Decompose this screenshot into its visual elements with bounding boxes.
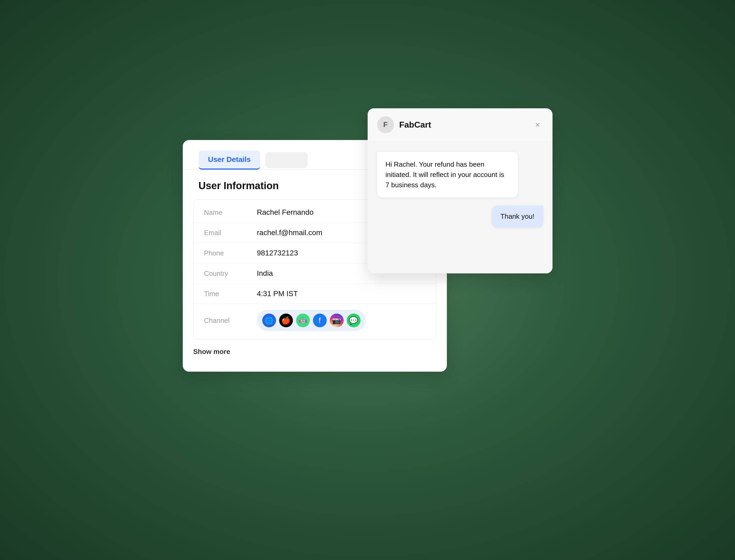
whatsapp-icon[interactable]: 💬 [347,314,361,327]
chat-close-button[interactable]: × [532,119,543,130]
apple-icon[interactable]: 🍎 [279,314,293,327]
chat-body: Hi Rachel. Your refund has been initiate… [367,141,552,273]
show-more-button[interactable]: Show more [183,340,447,356]
phone-value: 9812732123 [257,249,298,257]
name-value: Rachel Fernando [257,208,314,217]
email-value: rachel.f@hmail.com [257,228,323,237]
phone-label: Phone [204,249,247,257]
channel-pills: 🌐 🍎 🤖 f 📷 💬 [257,310,366,331]
time-label: Time [204,290,247,298]
android-icon[interactable]: 🤖 [296,314,310,327]
user-message-bubble: Thank you! [492,206,543,227]
instagram-icon[interactable]: 📷 [330,314,344,327]
chat-header-left: F FabCart [377,116,431,133]
name-label: Name [204,208,247,217]
email-label: Email [204,229,247,237]
country-label: Country [204,269,247,278]
chat-brand-avatar: F [377,116,394,133]
chat-brand-name: FabCart [399,120,431,130]
channel-label: Channel [204,316,247,325]
agent-message-bubble: Hi Rachel. Your refund has been initiate… [377,152,518,198]
chat-widget: F FabCart × Hi Rachel. Your refund has b… [367,108,552,273]
web-icon[interactable]: 🌐 [262,314,276,327]
tab-user-details[interactable]: User Details [199,151,261,170]
time-value: 4:31 PM IST [257,290,298,298]
time-row: Time 4:31 PM IST [194,283,436,304]
facebook-icon[interactable]: f [313,314,327,327]
agent-message-text: Hi Rachel. Your refund has been initiate… [385,160,504,189]
country-value: India [257,269,273,278]
channel-row: Channel 🌐 🍎 🤖 f 📷 💬 [194,304,436,337]
tab-second[interactable] [266,152,308,168]
user-message-text: Thank you! [500,212,534,220]
chat-header: F FabCart × [367,108,552,141]
